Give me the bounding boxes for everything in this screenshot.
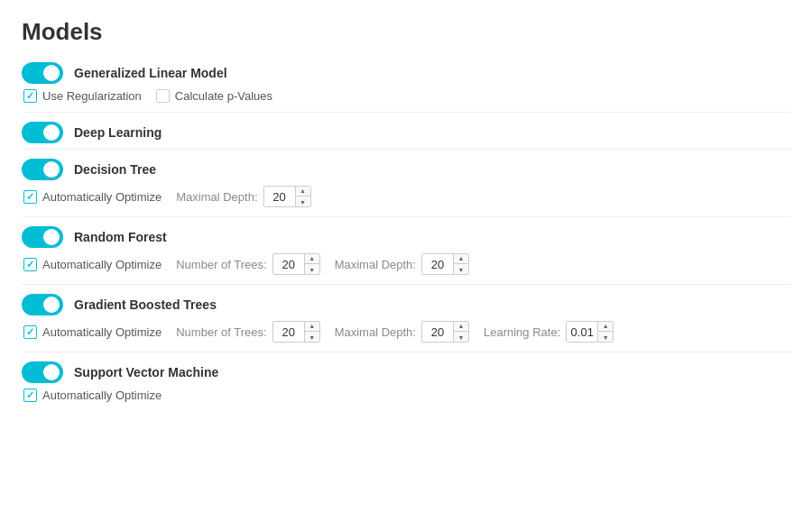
options-row-glm: Use RegularizationCalculate p-Values	[22, 89, 790, 103]
checkbox-text-auto-optimize-dt: Automatically Optimize	[42, 190, 161, 204]
checkbox-text-auto-optimize-rf: Automatically Optimize	[42, 258, 161, 271]
model-header-svm: Support Vector Machine	[22, 361, 790, 383]
spinbox-num-trees-rf[interactable]: ▲▼	[272, 253, 320, 275]
spinbox-up-maximal-depth-gbt[interactable]: ▲	[454, 321, 468, 332]
options-row-svm: Automatically Optimize	[22, 389, 790, 402]
model-name-random-forest: Random Forest	[74, 230, 167, 244]
toggle-deep-learning[interactable]	[22, 122, 63, 143]
spinbox-down-maximal-depth-rf[interactable]: ▼	[454, 264, 468, 275]
checkbox-text-auto-optimize-gbt: Automatically Optimize	[42, 325, 161, 339]
model-header-deep-learning: Deep Learning	[22, 122, 790, 143]
spinbox-down-learning-rate-gbt[interactable]: ▼	[598, 332, 613, 343]
field-group-maximal-depth-dt: Maximal Depth:▲▼	[176, 186, 310, 207]
spinbox-input-learning-rate-gbt[interactable]	[567, 322, 597, 342]
section-divider	[22, 112, 790, 113]
model-section-deep-learning: Deep Learning	[22, 122, 790, 150]
model-name-gradient-boosted: Gradient Boosted Trees	[74, 297, 217, 312]
section-divider	[22, 284, 790, 285]
section-divider	[22, 352, 790, 352]
section-divider	[22, 149, 790, 150]
spinbox-maximal-depth-dt[interactable]: ▲▼	[263, 186, 311, 207]
page-title: Models	[22, 18, 790, 46]
model-header-decision-tree: Decision Tree	[22, 159, 790, 180]
checkbox-use-regularization[interactable]	[23, 89, 37, 103]
spinbox-input-maximal-depth-gbt[interactable]	[422, 322, 453, 342]
toggle-decision-tree[interactable]	[22, 159, 63, 180]
field-group-num-trees-rf: Number of Trees:▲▼	[176, 253, 319, 275]
checkbox-auto-optimize-gbt[interactable]	[23, 325, 37, 339]
field-label-maximal-depth-rf: Maximal Depth:	[335, 258, 416, 271]
spinbox-maximal-depth-gbt[interactable]: ▲▼	[421, 321, 469, 343]
field-label-maximal-depth-dt: Maximal Depth:	[176, 190, 257, 204]
model-name-svm: Support Vector Machine	[74, 365, 218, 379]
models-container: Generalized Linear ModelUse Regularizati…	[22, 62, 790, 402]
spinbox-maximal-depth-rf[interactable]: ▲▼	[421, 253, 469, 275]
spinbox-down-maximal-depth-dt[interactable]: ▼	[296, 197, 310, 207]
spinbox-down-num-trees-gbt[interactable]: ▼	[305, 332, 319, 343]
checkbox-text-auto-optimize-svm: Automatically Optimize	[42, 389, 161, 402]
spinbox-input-num-trees-gbt[interactable]	[273, 322, 304, 342]
toggle-svm[interactable]	[22, 361, 63, 383]
model-section-random-forest: Random ForestAutomatically OptimizeNumbe…	[22, 226, 790, 285]
field-label-learning-rate-gbt: Learning Rate:	[484, 325, 560, 339]
checkbox-label-auto-optimize-svm[interactable]: Automatically Optimize	[23, 389, 161, 402]
checkbox-label-use-regularization[interactable]: Use Regularization	[23, 89, 142, 103]
checkbox-label-auto-optimize-dt[interactable]: Automatically Optimize	[23, 190, 161, 204]
checkbox-auto-optimize-svm[interactable]	[23, 389, 37, 402]
field-group-learning-rate-gbt: Learning Rate:▲▼	[484, 321, 614, 343]
spinbox-up-num-trees-gbt[interactable]: ▲	[305, 321, 319, 332]
options-row-random-forest: Automatically OptimizeNumber of Trees:▲▼…	[22, 253, 790, 275]
model-header-gradient-boosted: Gradient Boosted Trees	[22, 294, 790, 315]
model-section-gradient-boosted: Gradient Boosted TreesAutomatically Opti…	[22, 294, 790, 352]
toggle-gradient-boosted[interactable]	[22, 294, 63, 315]
field-label-num-trees-rf: Number of Trees:	[176, 258, 266, 271]
spinbox-learning-rate-gbt[interactable]: ▲▼	[566, 321, 614, 343]
field-group-maximal-depth-rf: Maximal Depth:▲▼	[335, 253, 469, 275]
section-divider	[22, 216, 790, 217]
checkbox-auto-optimize-dt[interactable]	[23, 190, 37, 204]
spinbox-num-trees-gbt[interactable]: ▲▼	[272, 321, 320, 343]
checkbox-text-calc-p-values: Calculate p-Values	[175, 89, 272, 103]
model-section-glm: Generalized Linear ModelUse Regularizati…	[22, 62, 790, 113]
toggle-random-forest[interactable]	[22, 226, 63, 248]
options-row-gradient-boosted: Automatically OptimizeNumber of Trees:▲▼…	[22, 321, 790, 343]
model-name-deep-learning: Deep Learning	[74, 125, 161, 140]
model-section-svm: Support Vector MachineAutomatically Opti…	[22, 361, 790, 402]
spinbox-up-maximal-depth-dt[interactable]: ▲	[296, 186, 310, 197]
checkbox-label-calc-p-values[interactable]: Calculate p-Values	[156, 89, 272, 103]
spinbox-up-learning-rate-gbt[interactable]: ▲	[598, 321, 613, 332]
model-name-decision-tree: Decision Tree	[74, 162, 156, 177]
checkbox-auto-optimize-rf[interactable]	[23, 258, 37, 271]
checkbox-label-auto-optimize-gbt[interactable]: Automatically Optimize	[23, 325, 161, 339]
options-row-decision-tree: Automatically OptimizeMaximal Depth:▲▼	[22, 186, 790, 207]
field-group-num-trees-gbt: Number of Trees:▲▼	[176, 321, 319, 343]
model-header-glm: Generalized Linear Model	[22, 62, 790, 84]
spinbox-input-maximal-depth-dt[interactable]	[264, 187, 295, 206]
spinbox-up-maximal-depth-rf[interactable]: ▲	[454, 253, 468, 264]
spinbox-down-maximal-depth-gbt[interactable]: ▼	[454, 332, 468, 343]
model-name-glm: Generalized Linear Model	[74, 66, 227, 80]
field-group-maximal-depth-gbt: Maximal Depth:▲▼	[335, 321, 469, 343]
field-label-num-trees-gbt: Number of Trees:	[176, 325, 266, 339]
field-label-maximal-depth-gbt: Maximal Depth:	[335, 325, 416, 339]
model-header-random-forest: Random Forest	[22, 226, 790, 248]
checkbox-label-auto-optimize-rf[interactable]: Automatically Optimize	[23, 258, 161, 271]
toggle-glm[interactable]	[22, 62, 63, 84]
spinbox-input-maximal-depth-rf[interactable]	[422, 254, 453, 274]
spinbox-input-num-trees-rf[interactable]	[273, 254, 304, 274]
checkbox-text-use-regularization: Use Regularization	[42, 89, 142, 103]
spinbox-up-num-trees-rf[interactable]: ▲	[305, 253, 319, 264]
spinbox-down-num-trees-rf[interactable]: ▼	[305, 264, 319, 275]
checkbox-calc-p-values[interactable]	[156, 89, 170, 103]
model-section-decision-tree: Decision TreeAutomatically OptimizeMaxim…	[22, 159, 790, 217]
